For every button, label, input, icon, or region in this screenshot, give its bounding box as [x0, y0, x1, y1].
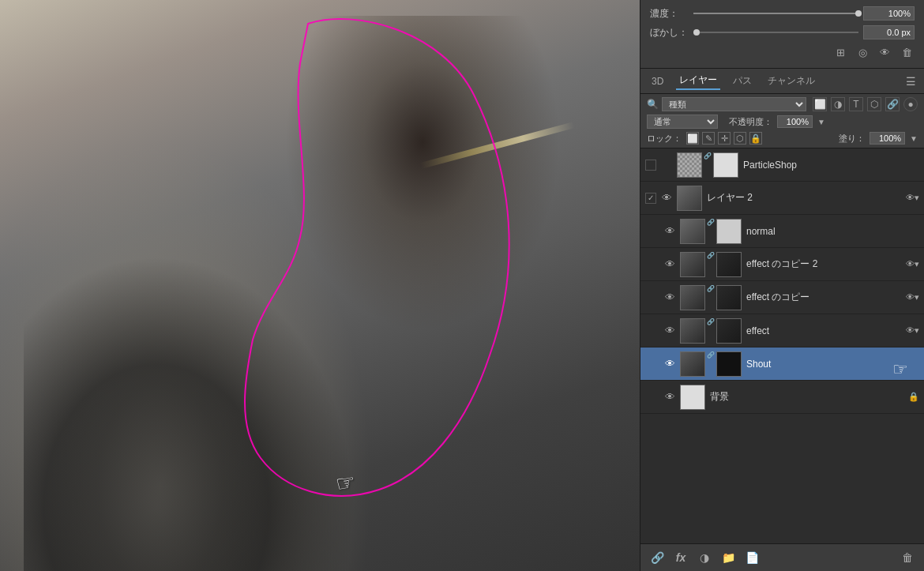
layer-item[interactable]: 👁 🔗 effect のコピー 👁▾ — [640, 281, 924, 314]
delete-icon[interactable]: 🗑 — [899, 44, 915, 60]
layers-list: 👁 🔗 ParticleShop ✓ 👁 レイヤー 2 👁▾ — [640, 148, 924, 543]
lock-all[interactable]: 🔒 — [749, 132, 762, 145]
layer-item[interactable]: 👁 🔗 effect 👁▾ — [640, 314, 924, 347]
layer-icon-dot[interactable]: ● — [903, 97, 918, 111]
opacity-label: 不透明度： — [729, 116, 772, 128]
add-group-button[interactable]: 📁 — [719, 549, 737, 566]
tab-channels[interactable]: チャンネル — [764, 73, 818, 89]
layer-eye-chevron[interactable]: 👁▾ — [906, 292, 919, 302]
layer-thumb-main — [680, 351, 705, 377]
layer-thumbnails: 🔗 — [680, 285, 742, 310]
density-row: 濃度： 100% — [650, 6, 915, 21]
chain-icon: 🔗 — [707, 318, 715, 326]
layer-controls: 🔍 種類 ⬜ ◑ T ⬡ 🔗 ● 通常 不透明度： ▼ ロック： — [640, 94, 924, 148]
layer-item[interactable]: 👁 🔗 effect のコピー 2 👁▾ — [640, 248, 924, 281]
blur-slider-container: 0.0 px — [693, 25, 915, 39]
layer-checkbox[interactable] — [645, 160, 656, 171]
tab-layers[interactable]: レイヤー — [676, 72, 720, 90]
layer-thumb-main — [677, 186, 702, 211]
layer-thumb-mask — [716, 285, 742, 310]
layer-right-icons: 👁▾ — [903, 292, 919, 302]
add-mask-button[interactable]: ◑ — [696, 549, 713, 566]
blur-row: ぼかし： 0.0 px — [650, 25, 915, 39]
mask-icon[interactable]: ◎ — [855, 44, 870, 60]
add-layer-button[interactable]: 📄 — [743, 549, 761, 566]
tab-menu-button[interactable]: ☰ — [906, 75, 916, 88]
thumb-checker-pattern — [678, 153, 701, 177]
opacity-input[interactable] — [777, 115, 813, 128]
layer-thumb-mask — [716, 318, 742, 344]
layer-thumbnails — [680, 385, 705, 410]
layer-visibility-toggle[interactable]: 👁 — [663, 258, 677, 270]
bottom-toolbar: 🔗 fx ◑ 📁 📄 🗑 — [640, 543, 924, 571]
layer-icon-smart[interactable]: 🔗 — [885, 97, 900, 111]
top-controls: 濃度： 100% ぼかし： 0.0 px ⊞ ◎ 👁 — [640, 0, 924, 69]
density-slider[interactable] — [693, 13, 858, 14]
layer-name: effect のコピー — [746, 291, 903, 304]
canvas-area: ☞ — [0, 0, 640, 571]
layer-thumb-mask — [716, 252, 742, 277]
layer-visibility-toggle[interactable]: 👁 — [663, 225, 677, 237]
layer-item[interactable]: ✓ 👁 レイヤー 2 👁▾ — [640, 182, 924, 215]
layer-thumbnails: 🔗 — [680, 351, 742, 377]
expand-icon[interactable]: ⊞ — [832, 44, 848, 60]
layer-checkbox[interactable]: ✓ — [645, 193, 656, 204]
layer-eye-chevron[interactable]: 👁▾ — [906, 193, 919, 203]
layer-visibility-toggle[interactable]: 👁 — [663, 358, 677, 370]
link-layers-button[interactable]: 🔗 — [648, 549, 666, 566]
layer-item-shout[interactable]: 👁 🔗 Shout ☞ — [640, 347, 924, 381]
blur-value[interactable]: 0.0 px — [863, 25, 915, 39]
blend-row: 通常 不透明度： ▼ — [647, 115, 918, 129]
chain-icon: 🔗 — [707, 351, 715, 359]
chain-icon: 🔗 — [704, 152, 712, 160]
layer-thumb-mask — [716, 351, 742, 377]
lock-position[interactable]: ✛ — [718, 132, 731, 145]
layer-visibility-toggle[interactable]: 👁 — [663, 325, 677, 336]
opacity-dropdown-arrow[interactable]: ▼ — [817, 118, 825, 126]
layer-icon-image[interactable]: ⬜ — [813, 97, 827, 111]
layer-thumbnails: 🔗 — [680, 252, 742, 277]
layer-kind-select[interactable]: 種類 — [662, 97, 806, 111]
lock-icons: ⬜ ✎ ✛ ⬡ 🔒 — [686, 132, 762, 145]
lock-artboard[interactable]: ⬡ — [734, 132, 746, 145]
layer-thumb-mask — [713, 152, 738, 178]
blend-mode-select[interactable]: 通常 — [647, 115, 718, 129]
layer-icon-shape[interactable]: ⬡ — [867, 97, 881, 111]
layer-thumb-main — [680, 385, 705, 410]
layer-visibility-toggle[interactable]: 👁 — [659, 192, 674, 204]
eye-icon[interactable]: 👁 — [877, 44, 892, 60]
layer-lock-icon: 🔒 — [908, 392, 919, 402]
layer-visibility-toggle[interactable]: 👁 — [663, 391, 677, 403]
tab-3d[interactable]: 3D — [648, 74, 667, 88]
tab-path[interactable]: パス — [730, 73, 755, 89]
fill-dropdown-arrow[interactable]: ▼ — [910, 134, 918, 143]
search-icon: 🔍 — [647, 99, 659, 110]
density-value[interactable]: 100% — [863, 6, 915, 21]
layer-visibility-toggle[interactable]: 👁 — [663, 291, 677, 303]
layer-item[interactable]: 👁 背景 🔒 — [640, 381, 924, 414]
chain-icon: 🔗 — [707, 219, 715, 227]
layer-visibility-toggle[interactable]: 👁 — [659, 159, 674, 171]
lock-pixels[interactable]: ✎ — [702, 132, 715, 145]
layer-thumbnails: 🔗 — [677, 152, 738, 178]
layer-right-icons: 👁▾ — [903, 259, 919, 269]
fx-button[interactable]: fx — [672, 549, 689, 566]
layer-item[interactable]: 👁 🔗 ParticleShop — [640, 148, 924, 182]
chain-icon: 🔗 — [707, 285, 715, 293]
layer-right-icons: 🔒 — [905, 392, 919, 402]
top-icon-row: ⊞ ◎ 👁 🗑 — [650, 44, 915, 60]
fill-input[interactable] — [870, 132, 905, 145]
blur-slider[interactable] — [693, 32, 858, 33]
layer-eye-chevron[interactable]: 👁▾ — [906, 259, 919, 269]
layer-icon-adjust[interactable]: ◑ — [831, 97, 845, 111]
layer-eye-chevron[interactable]: 👁▾ — [906, 325, 919, 336]
layer-name: 背景 — [710, 390, 905, 404]
lock-label: ロック： — [647, 133, 682, 145]
layer-item[interactable]: 👁 🔗 normal — [640, 215, 924, 248]
layer-name: レイヤー 2 — [707, 191, 903, 205]
delete-layer-button[interactable]: 🗑 — [899, 549, 916, 566]
layer-thumb-main — [680, 219, 705, 244]
tabs-row: 3D レイヤー パス チャンネル ☰ — [640, 69, 924, 94]
lock-transparency[interactable]: ⬜ — [686, 132, 699, 145]
layer-icon-text[interactable]: T — [849, 97, 863, 111]
